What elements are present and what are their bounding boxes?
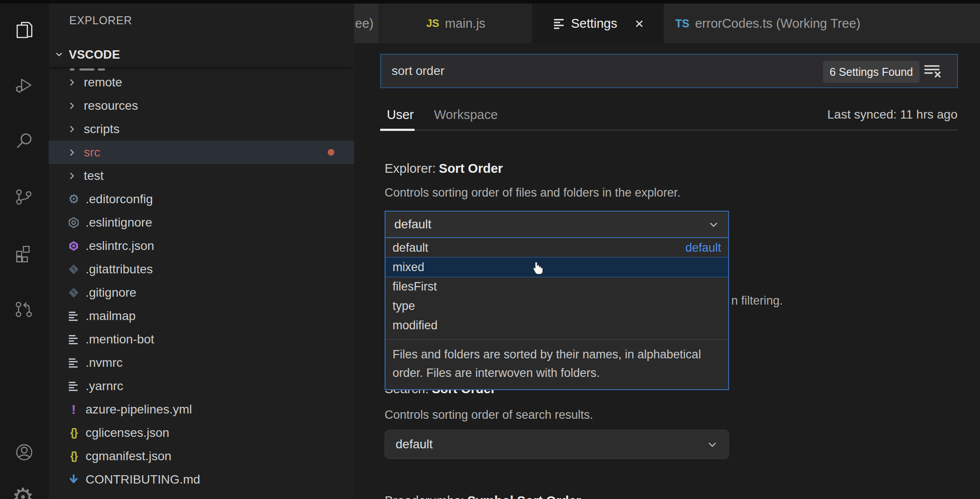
tree-item-nvmrc[interactable]: .nvmrc [49,351,354,374]
chevron-right-icon [67,101,77,111]
settings-gear-icon[interactable]: ⚙ [12,485,34,499]
explorer-sidebar: EXPLORER VSCODE remote resources scripts… [49,4,354,499]
tree-item-editorconfig[interactable]: ⚙ .editorconfig [49,187,354,211]
active-scope-underline [380,129,415,131]
dropdown-option-default[interactable]: default default [385,238,728,257]
clipped-red-file-icon [67,491,80,499]
dropdown-option-description: Files and folders are sorted by their na… [385,340,728,389]
tree-item-resources[interactable]: resources [49,94,354,117]
editor-area: ee) JS main.js Settings × TS errorCodes.… [354,4,980,499]
chevron-right-icon [67,171,77,181]
vscode-window: ⚙ EXPLORER VSCODE remote resources scrip… [0,0,980,499]
tab-scope-user[interactable]: User [387,108,414,122]
tree-item-mailmap[interactable]: .mailmap [49,304,354,328]
chevron-right-icon [67,78,77,87]
explorer-sort-order-select[interactable]: default [385,211,729,238]
tree-item-mention-bot[interactable]: .mention-bot [49,328,354,351]
tree-item-test[interactable]: test [49,164,354,187]
markdown-arrow-icon [67,474,80,485]
window-top-strip [0,0,980,4]
dropdown-option-type[interactable]: type [385,296,728,316]
activity-bar: ⚙ [0,4,49,499]
git-modified-dot [328,149,334,156]
run-and-debug-icon[interactable] [14,75,35,97]
tab-bar: ee) JS main.js Settings × TS errorCodes.… [354,4,980,43]
hexagon-outline-icon [67,217,80,228]
config-lines-icon [67,310,80,322]
tab-partial[interactable]: ee) [354,4,379,43]
tree-item-clipped-bottom[interactable] [49,491,354,499]
git-diamond-icon [67,287,80,298]
extensions-icon[interactable] [14,243,35,264]
config-lines-icon [67,357,80,369]
tree-item-gitignore[interactable]: .gitignore [49,281,354,304]
source-control-icon[interactable] [14,186,35,208]
dropdown-option-modified[interactable]: modified [385,316,728,335]
tree-item-remote[interactable]: remote [49,71,354,94]
json-braces-icon: { } [67,451,80,462]
chevron-right-icon [67,148,77,157]
scope-tabs-divider [380,130,958,130]
file-tree: remote resources scripts src test ⚙ . [49,71,354,499]
tree-item-cgmanifest[interactable]: { } cgmanifest.json [49,444,354,468]
tab-mainjs[interactable]: JS main.js [379,4,533,43]
dropdown-option-mixed[interactable]: mixed [385,257,728,277]
results-count-badge: 6 Settings Found [823,61,920,83]
tab-scope-workspace[interactable]: Workspace [434,108,498,122]
last-synced-label: Last synced: 11 hrs ago [827,108,958,122]
sidebar-title: EXPLORER [69,14,132,27]
close-icon[interactable]: × [635,16,643,31]
tree-item-scripts[interactable]: scripts [49,117,354,141]
tree-item-eslintrc[interactable]: .eslintrc.json [49,234,354,257]
clear-filters-icon[interactable] [924,63,943,80]
search-icon[interactable] [14,130,35,152]
accounts-icon[interactable] [14,442,35,463]
obscured-setting-text-fragment: n filtering. [731,294,783,308]
tree-item-yarnrc[interactable]: .yarnrc [49,374,354,398]
tree-item-cglicenses[interactable]: { } cglicenses.json [49,421,354,444]
tab-settings[interactable]: Settings × [533,4,664,43]
tree-item-gitattributes[interactable]: .gitattributes [49,257,354,281]
tree-item-src[interactable]: src [49,141,354,164]
gear-file-icon: ⚙ [67,192,80,206]
tab-errorcodes[interactable]: TS errorCodes.ts (Working Tree) [664,4,980,43]
section-label: VSCODE [69,48,120,62]
settings-editor-icon [553,18,565,30]
tree-item-contributing[interactable]: CONTRIBUTING.md [49,468,354,491]
chevron-right-icon [67,124,77,134]
chevron-down-icon [54,49,64,60]
tree-item-eslintignore[interactable]: .eslintignore [49,211,354,234]
setting-description: Controls sorting order of files and fold… [385,186,681,200]
chevron-down-icon [707,439,718,450]
hexagon-purple-icon [67,240,80,252]
tree-item-azure-pipelines[interactable]: ! azure-pipelines.yml [49,398,354,421]
git-diamond-icon [67,264,80,275]
config-lines-icon [67,334,80,345]
chevron-down-icon [708,219,719,230]
explorer-icon[interactable] [14,19,35,40]
config-lines-icon [67,380,80,392]
sort-order-dropdown: default default mixed filesFirst type mo… [385,238,729,390]
mouse-cursor-hand [531,260,544,275]
search-sort-order-select[interactable]: default [385,430,729,459]
dropdown-option-filesFirst[interactable]: filesFirst [385,277,728,296]
yaml-exclaim-icon: ! [67,403,80,416]
json-braces-icon: { } [67,427,80,438]
github-pull-requests-icon[interactable] [14,299,35,320]
js-file-icon: JS [426,17,439,30]
setting-description: Controls sorting order of search results… [385,408,593,422]
default-value-tag: default [685,241,721,255]
setting-title-breadcrumbs-symbol-sort-order: Breadcrumbs:Symbol Sort Order [385,494,581,499]
setting-title-explorer-sort-order: Explorer:Sort Order [385,161,503,176]
section-header-vscode[interactable]: VSCODE [49,42,354,67]
ts-file-icon: TS [675,17,689,30]
